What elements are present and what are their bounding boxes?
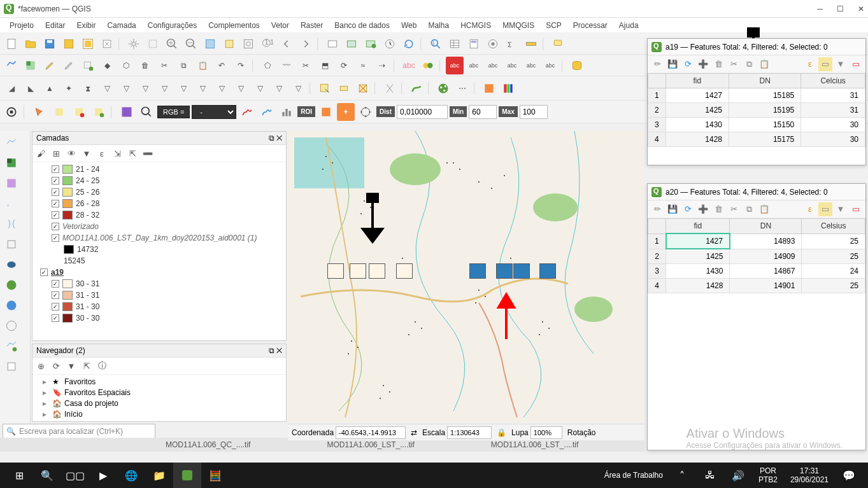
bg-tab-2[interactable]: MOD11A1.006_LST_....tif — [327, 440, 414, 449]
open-project-icon[interactable] — [22, 35, 39, 53]
scp-icon14[interactable]: ▽ — [251, 80, 269, 97]
move-feature-icon[interactable]: ◆ — [98, 57, 116, 74]
layer-label[interactable]: 31 - 30 — [76, 302, 99, 311]
label-tool-icon[interactable]: abc — [400, 57, 418, 74]
minimize-button[interactable]: ─ — [817, 4, 823, 13]
cell[interactable]: 30 — [801, 118, 865, 132]
delete-selected-icon[interactable]: 🗑 — [136, 57, 154, 74]
scp-spectral2-icon[interactable] — [258, 103, 276, 121]
new-print-layout-icon[interactable] — [60, 35, 78, 53]
taskbar-clock[interactable]: 17:3129/06/2021 — [784, 466, 835, 485]
layer-label[interactable]: 28 - 32 — [76, 211, 99, 220]
browser-collapse-icon[interactable]: ⇱ — [80, 359, 93, 372]
edit-icon[interactable]: ✏ — [650, 57, 664, 71]
label-rotate-icon[interactable]: abc — [484, 57, 502, 74]
scp-icon16[interactable]: ▽ — [289, 80, 307, 97]
scp-histogram-icon[interactable] — [278, 103, 295, 121]
layer-remove-icon[interactable]: ➖ — [141, 147, 154, 160]
scp-icon3[interactable]: ▲ — [41, 80, 59, 97]
browser-filter-icon[interactable]: ▼ — [65, 359, 78, 372]
cell[interactable]: 31 — [801, 103, 865, 118]
layer-label[interactable]: MOD11A1.006_LST_Day_1km_doy2020153_aid00… — [62, 234, 257, 242]
form-icon[interactable]: ▭ — [849, 57, 863, 71]
browser-close-icon[interactable]: ✕ — [276, 346, 282, 355]
cell[interactable]: 14901 — [730, 279, 802, 293]
add-virtual-icon[interactable] — [3, 235, 20, 253]
filter-icon[interactable]: ▼ — [834, 202, 848, 216]
scp-icon10[interactable]: ▽ — [174, 80, 192, 97]
add-raster-icon[interactable] — [22, 57, 39, 74]
layer-checkbox[interactable] — [52, 165, 59, 173]
cut-icon[interactable]: ✂ — [155, 57, 173, 74]
cell[interactable]: 1425 — [666, 249, 730, 264]
new-geopackage-icon[interactable] — [3, 337, 20, 355]
col-header[interactable]: Celcius — [801, 74, 865, 88]
row-header[interactable]: 4 — [648, 132, 666, 147]
label-pin-icon[interactable]: abc — [446, 57, 464, 74]
add-spatialite-icon[interactable] — [3, 215, 20, 233]
layer-checkbox[interactable] — [52, 234, 59, 242]
scp-bands-icon[interactable] — [499, 80, 517, 97]
add-postgis-icon[interactable] — [3, 256, 20, 274]
tray-network-icon[interactable]: 🖧 — [696, 463, 724, 488]
expand-icon[interactable]: ▸ — [43, 399, 49, 408]
cell[interactable]: 14909 — [730, 249, 802, 264]
share-icon[interactable] — [434, 80, 452, 97]
node-tool-icon[interactable]: ⬡ — [117, 57, 135, 74]
cell[interactable]: 1430 — [665, 118, 729, 132]
expand-icon[interactable]: ▸ — [43, 377, 49, 386]
undo-icon[interactable]: ↶ — [213, 57, 231, 74]
attr-a20-grid[interactable]: fidDNCelsius1142714893252142514909253143… — [648, 218, 865, 293]
min-input[interactable] — [469, 105, 497, 119]
layer-label[interactable]: a19 — [51, 268, 64, 277]
layers-undock-icon[interactable]: ⧉ — [269, 134, 274, 143]
rgb-combo[interactable]: - — [192, 105, 236, 119]
scp-working-icon[interactable] — [3, 103, 20, 121]
map-canvas[interactable] — [288, 131, 644, 422]
deselect-icon[interactable] — [354, 80, 372, 97]
save-edits-icon[interactable] — [60, 57, 78, 74]
reshape-icon[interactable]: 〰 — [278, 57, 295, 74]
simplify-icon[interactable]: ≈ — [354, 57, 372, 74]
paste-icon[interactable]: 📋 — [757, 202, 771, 216]
sel-icon[interactable]: ▭ — [818, 202, 832, 216]
layer-collapse-icon[interactable]: ⇱ — [126, 147, 139, 160]
maptips-icon[interactable] — [549, 35, 567, 53]
scp-icon13[interactable]: ▽ — [232, 80, 250, 97]
menu-mmqgis[interactable]: MMQGIS — [498, 20, 539, 31]
cell[interactable]: 15150 — [729, 118, 801, 132]
layer-expression-icon[interactable]: ε — [96, 147, 108, 160]
cell[interactable]: 14893 — [730, 234, 802, 249]
scp-roi-redo-icon[interactable] — [70, 103, 88, 121]
layer-label[interactable]: 31 - 31 — [76, 291, 99, 300]
cell[interactable]: 15195 — [729, 103, 801, 118]
layer-checkbox[interactable] — [52, 280, 59, 288]
browser-item-label[interactable]: Favoritos — [64, 377, 96, 386]
refresh-icon[interactable] — [400, 35, 418, 53]
edit-icon[interactable]: ✏ — [650, 202, 664, 216]
cell[interactable]: 24 — [802, 264, 865, 279]
layer-label[interactable]: Vetorizado — [62, 222, 99, 231]
cell[interactable]: 25 — [802, 279, 865, 293]
field-calc-icon[interactable] — [465, 35, 483, 53]
notifications-icon[interactable]: 💬 — [835, 463, 863, 488]
zoom-last-icon[interactable] — [278, 35, 295, 53]
search-button[interactable]: 🔍 — [33, 463, 61, 488]
split-icon[interactable]: ✂ — [297, 57, 315, 74]
db-manager-icon[interactable] — [568, 57, 586, 74]
save-icon[interactable]: 💾 — [665, 202, 679, 216]
expr-icon[interactable]: ε — [803, 202, 817, 216]
coord-input[interactable] — [336, 426, 406, 439]
layer-styling-icon[interactable]: 🖌 — [34, 147, 47, 160]
scp-target-icon[interactable] — [357, 103, 374, 121]
redo-icon[interactable]: ↷ — [232, 57, 250, 74]
coord-toggle-icon[interactable]: ⇄ — [411, 428, 417, 437]
row-header[interactable]: 2 — [648, 249, 666, 264]
menu-camada[interactable]: Camada — [103, 20, 140, 31]
copy-icon[interactable]: ⧉ — [742, 202, 756, 216]
layer-checkbox[interactable] — [52, 177, 59, 185]
browser-tree[interactable]: ▸★Favoritos▸🔖Favoritos Espaciais▸🏠Casa d… — [32, 375, 286, 421]
zoom-next-icon[interactable] — [297, 35, 315, 53]
scp-icon8[interactable]: ▽ — [136, 80, 154, 97]
layout-manager-icon[interactable] — [79, 35, 97, 53]
